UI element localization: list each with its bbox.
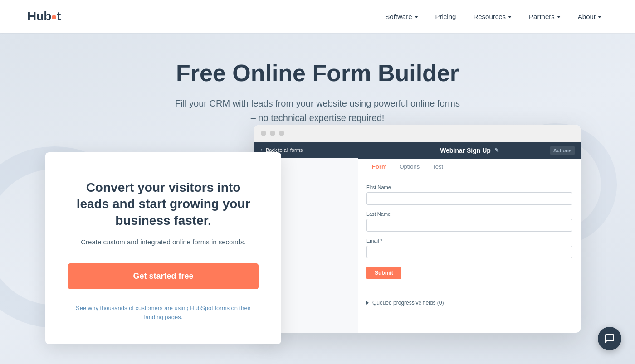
landing-pages-link[interactable]: See why thousands of customers are using… xyxy=(76,305,251,320)
tab-form[interactable]: Form xyxy=(366,159,393,175)
hero-title: Free Online Form Builder xyxy=(176,60,459,87)
browser-dot-1 xyxy=(261,131,266,136)
nav-link-software[interactable]: Software xyxy=(379,9,424,24)
browser-dot-2 xyxy=(270,131,275,136)
tab-options[interactable]: Options xyxy=(393,159,426,175)
browser-main-header: Webinar Sign Up ✎ Actions xyxy=(358,142,581,159)
hero-content: Convert your visitors into leads and sta… xyxy=(45,152,590,345)
navbar: Hubt Software Pricing Resources Partners xyxy=(0,0,635,33)
nav-item-resources[interactable]: Resources xyxy=(467,9,518,24)
nav-links: Software Pricing Resources Partners Abou… xyxy=(379,9,608,24)
left-card: Convert your visitors into leads and sta… xyxy=(45,152,281,345)
last-name-label: Last Name xyxy=(366,211,572,217)
back-to-forms-label: Back to all forms xyxy=(266,147,303,153)
nav-item-about[interactable]: About xyxy=(572,9,608,24)
browser-dot-3 xyxy=(279,131,284,136)
progressive-fields-label: Queued progressive fields (0) xyxy=(372,300,444,306)
form-submit-button[interactable]: Submit xyxy=(366,267,401,279)
left-card-heading: Convert your visitors into leads and sta… xyxy=(68,180,259,229)
left-card-link: See why thousands of customers are using… xyxy=(68,304,259,321)
logo[interactable]: Hubt xyxy=(27,9,61,24)
email-input[interactable] xyxy=(366,246,572,258)
left-card-subtext: Create custom and integrated online form… xyxy=(68,237,259,248)
partners-chevron-icon xyxy=(557,16,561,18)
browser-mockup: ‹ Back to all forms Webinar Sign Up ✎ Ac… xyxy=(254,125,581,333)
form-title: Webinar Sign Up xyxy=(440,147,491,154)
first-name-input[interactable] xyxy=(366,192,572,205)
get-started-button[interactable]: Get started free xyxy=(68,263,259,289)
nav-link-partners[interactable]: Partners xyxy=(523,9,567,24)
tab-test[interactable]: Test xyxy=(426,159,449,175)
actions-button[interactable]: Actions xyxy=(550,146,575,155)
about-label: About xyxy=(578,13,596,20)
logo-text: Hubt xyxy=(27,9,61,24)
chat-bubble[interactable] xyxy=(598,327,621,350)
nav-item-pricing[interactable]: Pricing xyxy=(429,9,463,24)
browser-bottom-section[interactable]: Queued progressive fields (0) xyxy=(358,293,581,312)
software-chevron-icon xyxy=(415,16,418,18)
browser-inner: ‹ Back to all forms Webinar Sign Up ✎ Ac… xyxy=(254,142,581,333)
nav-item-software[interactable]: Software xyxy=(379,9,424,24)
edit-icon[interactable]: ✎ xyxy=(494,147,499,154)
browser-bar xyxy=(254,125,581,142)
software-label: Software xyxy=(385,13,412,20)
logo-dot xyxy=(52,15,56,19)
chat-icon xyxy=(604,333,615,344)
last-name-input[interactable] xyxy=(366,219,572,232)
browser-main: Webinar Sign Up ✎ Actions Form Options T… xyxy=(358,142,581,333)
partners-label: Partners xyxy=(529,13,555,20)
resources-chevron-icon xyxy=(508,16,512,18)
pricing-label: Pricing xyxy=(435,13,456,20)
about-chevron-icon xyxy=(598,16,601,18)
browser-form-area: First Name Last Name Email * Submit xyxy=(358,175,581,288)
browser-tabs: Form Options Test xyxy=(358,159,581,175)
nav-item-partners[interactable]: Partners xyxy=(523,9,567,24)
nav-link-pricing[interactable]: Pricing xyxy=(429,9,463,24)
resources-label: Resources xyxy=(473,13,506,20)
email-label: Email * xyxy=(366,238,572,243)
first-name-label: First Name xyxy=(366,184,572,190)
nav-link-about[interactable]: About xyxy=(572,9,608,24)
progressive-fields-chevron-icon xyxy=(366,301,369,305)
nav-link-resources[interactable]: Resources xyxy=(467,9,518,24)
hero-section: Free Online Form Builder Fill your CRM w… xyxy=(0,33,635,364)
hero-subtitle: Fill your CRM with leads from your websi… xyxy=(172,96,463,125)
